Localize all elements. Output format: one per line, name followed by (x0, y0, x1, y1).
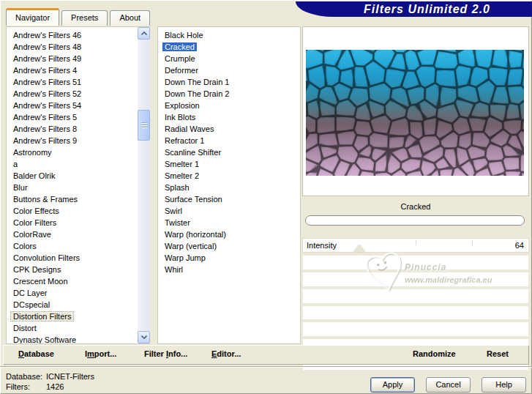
preview-image[interactable] (306, 50, 524, 176)
tab-strip: Navigator Presets About (6, 8, 152, 26)
help-button[interactable]: Help (482, 377, 526, 393)
filter-item[interactable]: Down The Drain 2 (162, 88, 300, 100)
filter-item[interactable]: Splash (162, 182, 300, 193)
filter-item[interactable]: Smelter 2 (162, 170, 300, 182)
filter-item[interactable]: Smelter 1 (162, 158, 300, 170)
filter-item[interactable]: Surface Tension (162, 193, 300, 205)
database-value: ICNET-Filters (46, 371, 94, 382)
parameter-row (302, 272, 529, 287)
scroll-thumb[interactable] (138, 110, 150, 141)
filter-item[interactable]: Down The Drain 1 (162, 76, 300, 88)
category-item[interactable]: Astronomy (11, 146, 136, 158)
chevron-up-icon (141, 31, 147, 35)
scroll-down-button[interactable] (138, 331, 150, 343)
filter-item[interactable]: Cracked (162, 41, 300, 53)
tab-about[interactable]: About (110, 10, 150, 26)
category-item[interactable]: Andrew's Filters 4 (11, 64, 136, 76)
category-item[interactable]: a (11, 158, 136, 170)
category-item[interactable]: Andrew's Filters 8 (11, 123, 136, 135)
scroll-up-button[interactable] (138, 27, 150, 40)
filter-item[interactable]: Black Hole (162, 29, 300, 41)
database-button[interactable]: Database (18, 349, 54, 358)
category-scrollbar[interactable] (138, 27, 150, 343)
chevron-down-icon (141, 335, 147, 339)
title-banner: Filters Unlimited 2.0 (296, 1, 532, 17)
tab-navigator[interactable]: Navigator (6, 8, 59, 26)
filter-list[interactable]: Black HoleCrackedCrumpleDeformerDown The… (157, 26, 301, 344)
intensity-slider-row[interactable]: Intensity 64 (302, 238, 529, 253)
category-item[interactable]: Andrew's Filters 54 (11, 100, 136, 111)
window-title: Filters Unlimited 2.0 (337, 3, 490, 16)
category-item[interactable]: CPK Designs (11, 264, 136, 275)
category-item[interactable]: Andrew's Filters 48 (11, 41, 136, 53)
category-item[interactable]: Andrew's Filters 9 (11, 135, 136, 146)
filters-label: Filters: (6, 382, 46, 392)
slider-tick (416, 240, 416, 245)
category-item[interactable]: Color Effects (11, 205, 136, 217)
apply-button[interactable]: Apply (370, 377, 415, 393)
filter-item[interactable]: Warp Jump (162, 252, 300, 264)
filter-item[interactable]: Ink Blots (162, 111, 300, 123)
category-item[interactable]: DCspecial (11, 299, 136, 311)
cancel-button[interactable]: Cancel (426, 377, 471, 393)
status-bar: Database: ICNET-Filters Filters: 1426 Ap… (0, 366, 532, 394)
filter-item[interactable]: Refractor 1 (162, 135, 300, 146)
category-list[interactable]: Andrew's Filters 46Andrew's Filters 48An… (6, 26, 150, 344)
category-item[interactable]: Buttons & Frames (11, 193, 136, 205)
filter-item[interactable]: Radial Waves (162, 123, 300, 135)
filter-item[interactable]: Warp (horizontal) (162, 228, 300, 240)
parameter-row (302, 305, 529, 321)
bottom-toolbar: Database Import... Filter Info... Editor… (3, 345, 529, 365)
parameter-row (302, 321, 529, 337)
reset-button[interactable]: Reset (487, 349, 509, 358)
filter-item[interactable]: Crumple (162, 53, 300, 64)
category-item[interactable]: Andrew's Filters 5 (11, 111, 136, 123)
filter-item[interactable]: Swirl (162, 205, 300, 217)
preview-frame (302, 26, 529, 196)
filter-item[interactable]: Warp (vertical) (162, 240, 300, 252)
category-item[interactable]: ColorRave (11, 228, 136, 240)
category-item[interactable]: Color Filters (11, 217, 136, 228)
randomize-button[interactable]: Randomize (413, 349, 456, 358)
parameter-row (302, 255, 529, 270)
filter-item[interactable]: Deformer (162, 64, 300, 76)
editor-button[interactable]: Editor... (211, 349, 241, 358)
category-item[interactable]: DC Layer (11, 287, 136, 299)
selected-filter-name: Cracked (401, 202, 431, 211)
category-item[interactable]: Distortion Filters (11, 311, 136, 322)
category-item[interactable]: Convolution Filters (11, 252, 136, 264)
category-item[interactable]: Distort (11, 322, 136, 334)
category-item[interactable]: Balder Olrik (11, 170, 136, 182)
filters-unlimited-dialog: Navigator Presets About Filters Unlimite… (0, 0, 532, 394)
slider-tick (472, 240, 473, 245)
status-info: Database: ICNET-Filters Filters: 1426 (6, 371, 94, 392)
category-item[interactable]: Andrew's Filters 52 (11, 88, 136, 100)
category-item[interactable]: Dynasty Software (11, 334, 136, 344)
filter-info-button[interactable]: Filter Info... (144, 349, 187, 358)
category-item[interactable]: Andrew's Filters 49 (11, 53, 136, 64)
intensity-label: Intensity (303, 241, 515, 250)
tab-presets[interactable]: Presets (61, 10, 108, 26)
filter-item[interactable]: Explosion (162, 100, 300, 111)
selected-filter-header: Cracked (302, 198, 529, 215)
category-item[interactable]: Blur (11, 182, 136, 193)
category-item[interactable]: Andrew's Filters 51 (11, 76, 136, 88)
filter-item[interactable]: Twister (162, 217, 300, 228)
intensity-value: 64 (515, 241, 528, 250)
progress-bar (305, 215, 525, 226)
category-item[interactable]: Crescent Moon (11, 275, 136, 287)
category-item[interactable]: Andrew's Filters 46 (11, 29, 136, 41)
database-label: Database: (6, 371, 46, 382)
parameter-row (302, 289, 529, 304)
category-item[interactable]: Colors (11, 240, 136, 252)
filters-value: 1426 (46, 382, 94, 392)
preview-panel: Cracked Intensity 64 Pinuccia www.maldir… (302, 26, 529, 344)
slider-thumb-icon[interactable] (353, 245, 365, 252)
import-button[interactable]: Import... (85, 349, 116, 358)
filter-item[interactable]: Scanline Shifter (162, 146, 300, 158)
filter-item[interactable]: Whirl (162, 264, 300, 275)
